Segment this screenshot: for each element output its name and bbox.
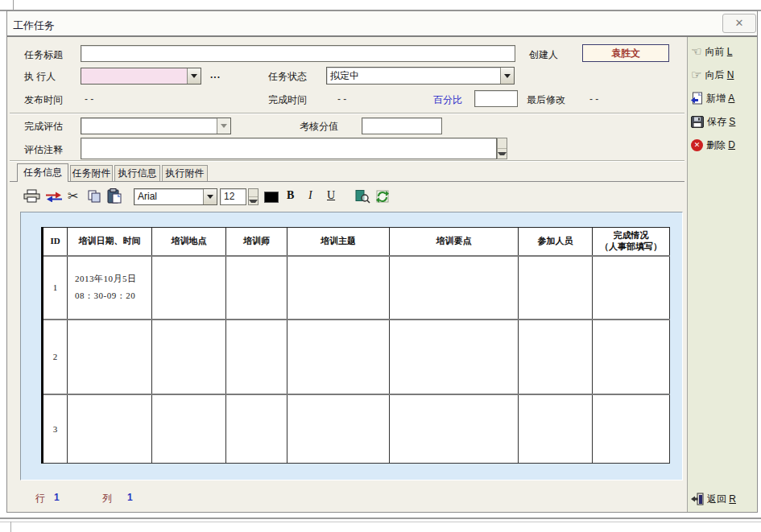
- nav-backward-button[interactable]: ☞ 向后 N: [691, 67, 755, 83]
- spinner-up-button[interactable]: [249, 189, 258, 197]
- font-name-combo[interactable]: Arial: [134, 188, 217, 205]
- creator-value-box: 袁胜文: [582, 44, 669, 62]
- spinner-down-button[interactable]: [249, 197, 258, 204]
- close-button[interactable]: ✕: [722, 14, 756, 33]
- parent-window-corner: [0, 0, 14, 10]
- font-size-input[interactable]: 12: [220, 188, 246, 205]
- copy-button[interactable]: [88, 190, 101, 203]
- return-label: 返回: [707, 493, 726, 505]
- publish-time-value: - -: [85, 93, 93, 105]
- save-label: 保存: [707, 116, 726, 127]
- tab-execution-info[interactable]: 执行信息: [114, 165, 160, 181]
- form-separator-2: [10, 160, 684, 162]
- cell-trainer[interactable]: [226, 256, 287, 320]
- evaluation-combo[interactable]: [81, 118, 231, 134]
- percent-input[interactable]: [474, 90, 518, 107]
- task-title-label: 任务标题: [24, 48, 63, 62]
- delete-circle-icon: ✕: [691, 139, 703, 151]
- spinner-up-button[interactable]: [498, 138, 507, 149]
- cell-trainer[interactable]: [226, 394, 287, 464]
- cell-date-time[interactable]: [68, 320, 152, 394]
- bold-button[interactable]: B: [287, 189, 294, 202]
- table-row: 2: [43, 320, 670, 394]
- cell-date-time[interactable]: 2013年10月5日 08：30-09：20: [68, 256, 152, 320]
- cell-date-time[interactable]: [68, 394, 152, 464]
- cell-location[interactable]: [152, 320, 226, 394]
- underline-button[interactable]: U: [327, 189, 335, 202]
- nav-backward-shortcut: N: [727, 69, 734, 80]
- cell-id[interactable]: 3: [43, 394, 68, 464]
- chevron-down-icon: [207, 195, 213, 199]
- font-name-value[interactable]: Arial: [134, 189, 203, 204]
- tab-execution-attachments[interactable]: 执行附件: [162, 165, 208, 181]
- return-shortcut: R: [729, 493, 736, 505]
- cell-completion[interactable]: [593, 256, 670, 320]
- italic-button[interactable]: I: [308, 189, 312, 202]
- executor-combo-arrow[interactable]: [187, 68, 201, 84]
- finish-time-label: 完成时间: [268, 93, 307, 107]
- cell-topic[interactable]: [287, 394, 390, 464]
- tab-task-attachments[interactable]: 任务附件: [70, 165, 113, 181]
- eval-note-spinner[interactable]: [497, 138, 507, 159]
- cell-completion[interactable]: [593, 394, 670, 464]
- delete-button[interactable]: ✕ 删除 D: [691, 137, 755, 153]
- cell-id[interactable]: 2: [43, 320, 68, 394]
- header-trainer: 培训师: [226, 228, 287, 256]
- header-completion: 完成情况 （人事部填写）: [593, 228, 670, 256]
- cell-key-points[interactable]: [390, 256, 519, 320]
- swap-button[interactable]: [45, 192, 63, 202]
- tab-strip-line: [10, 181, 684, 182]
- cell-participants[interactable]: [519, 256, 593, 320]
- date-line-1: 2013年10月5日: [75, 270, 151, 287]
- evaluation-combo-value[interactable]: [81, 118, 217, 134]
- cell-participants[interactable]: [519, 320, 593, 394]
- chevron-down-icon: [498, 152, 507, 155]
- cell-key-points[interactable]: [390, 394, 519, 464]
- evaluation-combo-arrow[interactable]: [217, 118, 230, 134]
- cell-trainer[interactable]: [226, 320, 287, 394]
- task-status-value[interactable]: 拟定中: [327, 68, 500, 84]
- task-status-combo-arrow[interactable]: [500, 68, 514, 84]
- cell-participants[interactable]: [519, 394, 593, 464]
- cell-topic[interactable]: [287, 320, 390, 394]
- task-status-combo[interactable]: 拟定中: [326, 67, 515, 85]
- eval-note-input[interactable]: [81, 138, 497, 159]
- cell-location[interactable]: [152, 394, 226, 464]
- table-header-row: ID 培训日期、时间 培训地点 培训师 培训主题 培训要点 参加人员 完成情况 …: [43, 228, 670, 256]
- print-button[interactable]: [23, 189, 40, 203]
- font-name-combo-arrow[interactable]: [203, 189, 217, 204]
- column-label: 列: [102, 492, 112, 505]
- parent-window-left-edge: [10, 522, 11, 532]
- cut-button[interactable]: ✂: [68, 188, 78, 204]
- nav-forward-shortcut: L: [727, 46, 733, 57]
- executor-browse-button[interactable]: ...: [210, 69, 221, 80]
- header-topic: 培训主题: [287, 228, 390, 256]
- cell-key-points[interactable]: [390, 320, 519, 394]
- new-button[interactable]: 新增 A: [691, 90, 755, 106]
- return-button[interactable]: 返回 R: [691, 491, 755, 507]
- save-button[interactable]: 保存 S: [691, 113, 755, 130]
- font-color-swatch[interactable]: [264, 192, 279, 203]
- paste-button[interactable]: [107, 188, 122, 204]
- refresh-button[interactable]: [375, 189, 390, 204]
- screen: 工作任务 ✕ 任务标题 创建人 袁胜文 执 行人 ... 任务状态 拟定中 发布…: [0, 0, 761, 532]
- font-size-spinner[interactable]: [248, 188, 258, 205]
- cell-location[interactable]: [152, 256, 226, 320]
- finish-time-value: - -: [337, 93, 346, 105]
- nav-forward-button[interactable]: ☜ 向前 L: [691, 43, 755, 60]
- cell-completion[interactable]: [593, 320, 670, 394]
- chevron-down-icon: [191, 74, 197, 78]
- print-preview-button[interactable]: [355, 190, 370, 204]
- tab-task-info[interactable]: 任务信息: [17, 163, 68, 182]
- chevron-down-icon: [221, 124, 227, 128]
- spinner-down-button[interactable]: [498, 149, 507, 159]
- executor-combo[interactable]: [81, 68, 201, 85]
- window-title: 工作任务: [13, 19, 55, 33]
- score-input[interactable]: [362, 118, 442, 134]
- evaluation-label: 完成评估: [24, 120, 63, 134]
- nav-forward-label: 向前: [705, 46, 724, 57]
- task-title-input[interactable]: [81, 45, 515, 62]
- cell-id[interactable]: 1: [43, 256, 68, 320]
- cell-topic[interactable]: [287, 256, 390, 320]
- executor-combo-value[interactable]: [81, 68, 187, 84]
